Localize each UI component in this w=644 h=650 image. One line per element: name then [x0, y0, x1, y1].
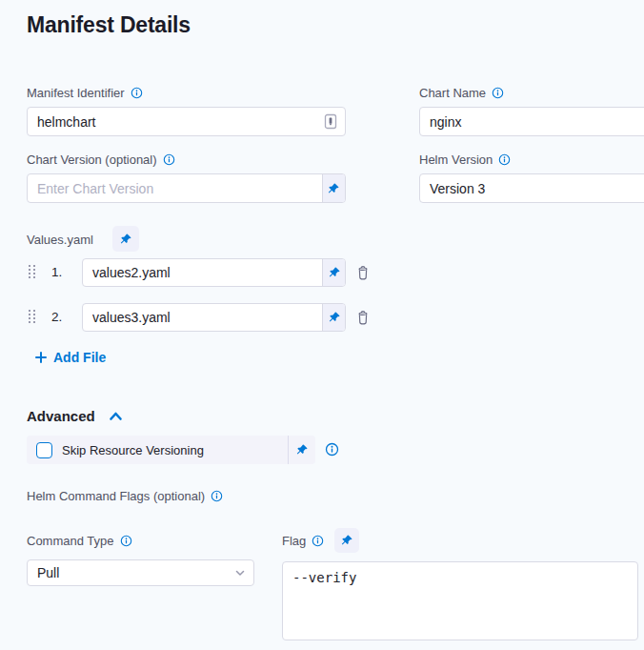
values-file-input[interactable]: [83, 265, 322, 280]
drag-handle-icon[interactable]: [29, 265, 37, 279]
command-type-select[interactable]: Pull: [27, 559, 254, 586]
chart-name-field: [419, 107, 644, 136]
flag-textarea[interactable]: --verify: [282, 561, 638, 640]
chart-version-label-text: Chart Version (optional): [27, 152, 157, 167]
info-icon[interactable]: [120, 535, 132, 547]
info-icon[interactable]: [498, 153, 511, 166]
chart-name-label-text: Chart Name: [419, 86, 486, 100]
file-row-index: 1.: [51, 265, 62, 279]
add-file-button[interactable]: Add File: [35, 350, 106, 365]
values-file-field: [82, 303, 346, 332]
page-title: Manifest Details: [27, 12, 191, 38]
runtime-input-pin-icon[interactable]: [289, 443, 315, 457]
helm-version-value: Version 3: [430, 181, 485, 196]
manifest-details-panel: Manifest Details Manifest Identifier Cha…: [0, 0, 644, 650]
skip-resource-versioning-checkbox[interactable]: [36, 442, 52, 458]
flag-pin-icon[interactable]: [334, 528, 359, 553]
helm-version-label: Helm Version: [419, 152, 511, 167]
chart-version-label: Chart Version (optional): [27, 152, 175, 167]
info-icon[interactable]: [312, 535, 324, 547]
info-icon[interactable]: [163, 153, 175, 166]
manifest-identifier-field: [27, 107, 346, 136]
values-file-field: [82, 258, 346, 287]
manifest-identifier-input[interactable]: [28, 114, 324, 130]
command-type-label: Command Type: [27, 534, 132, 548]
chart-name-input[interactable]: [420, 114, 644, 130]
flag-label: Flag: [282, 534, 324, 548]
skip-resource-versioning-label: Skip Resource Versioning: [62, 443, 204, 457]
helm-version-label-text: Helm Version: [419, 152, 493, 167]
helm-version-select[interactable]: Version 3: [419, 173, 644, 203]
advanced-label: Advanced: [27, 408, 95, 424]
chevron-down-icon: [234, 567, 246, 579]
runtime-input-pin-icon[interactable]: [322, 259, 345, 286]
values-file-input[interactable]: [83, 310, 322, 325]
advanced-section-toggle[interactable]: Advanced: [27, 408, 123, 424]
chart-name-label: Chart Name: [419, 86, 504, 100]
helm-command-flags-label-text: Helm Command Flags (optional): [27, 489, 205, 503]
file-row-index: 2.: [51, 310, 62, 324]
drag-handle-icon[interactable]: [29, 310, 37, 324]
manifest-identifier-label-text: Manifest Identifier: [27, 86, 125, 100]
delete-file-trash-icon[interactable]: [355, 310, 371, 326]
chevron-up-icon: [109, 411, 123, 422]
info-icon[interactable]: [325, 442, 339, 457]
delete-file-trash-icon[interactable]: [355, 265, 371, 281]
flag-label-text: Flag: [282, 534, 306, 548]
edit-id-icon[interactable]: [324, 113, 337, 130]
info-icon[interactable]: [211, 490, 223, 502]
skip-resource-versioning-row: Skip Resource Versioning: [27, 436, 315, 464]
runtime-input-pin-icon[interactable]: [322, 304, 345, 331]
values-yaml-label: Values.yaml: [27, 233, 93, 247]
runtime-input-pin-icon[interactable]: [322, 174, 345, 202]
chart-version-input[interactable]: [28, 181, 322, 196]
command-type-value: Pull: [37, 565, 59, 580]
helm-command-flags-label: Helm Command Flags (optional): [27, 489, 223, 503]
values-yaml-pin-icon[interactable]: [112, 226, 139, 252]
command-type-label-text: Command Type: [27, 534, 114, 548]
info-icon[interactable]: [131, 87, 143, 99]
chart-version-field: [27, 173, 346, 203]
info-icon[interactable]: [492, 87, 504, 99]
plus-icon: [35, 352, 47, 363]
manifest-identifier-label: Manifest Identifier: [27, 86, 143, 100]
values-yaml-label-text: Values.yaml: [27, 233, 93, 247]
add-file-label: Add File: [53, 350, 106, 365]
